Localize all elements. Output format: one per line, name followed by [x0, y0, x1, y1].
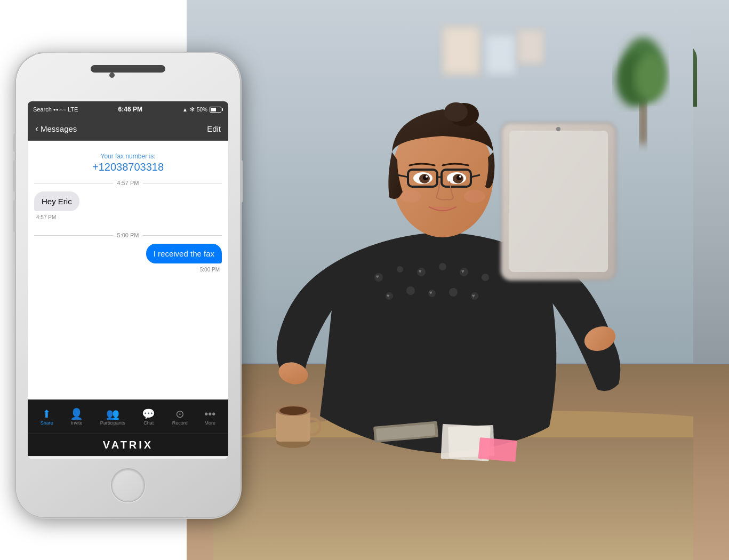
divider-line-left-2: [34, 235, 113, 236]
divider-line-right-2: [143, 235, 222, 236]
toolbar-chat-label: Chat: [143, 420, 154, 426]
nav-edit-button[interactable]: Edit: [207, 124, 221, 133]
svg-text:♥: ♥: [387, 293, 390, 299]
chat-icon: 💬: [142, 409, 155, 419]
status-right: ▲ ✻ 50%: [182, 106, 223, 113]
back-arrow-icon: ‹: [35, 123, 38, 134]
svg-point-49: [556, 127, 560, 131]
fax-number: +12038703318: [34, 161, 222, 173]
message-bubble-received: Hey Eric: [34, 191, 79, 211]
svg-point-29: [444, 102, 468, 122]
svg-rect-3: [443, 27, 480, 75]
fax-label: Your fax number is:: [34, 153, 222, 160]
svg-point-11: [397, 266, 403, 273]
svg-point-19: [449, 288, 458, 297]
status-time: 6:46 PM: [118, 106, 142, 113]
time-divider-text-2: 5:00 PM: [117, 232, 139, 238]
toolbar-chat[interactable]: 💬 Chat: [142, 409, 155, 426]
toolbar-invite[interactable]: 👤 Invite: [70, 409, 83, 426]
toolbar-participants[interactable]: 👥 Participants: [100, 409, 125, 426]
message-input-area: Send: [28, 456, 228, 459]
svg-point-15: [482, 274, 489, 281]
svg-rect-5: [517, 29, 544, 64]
toolbar-invite-label: Invite: [71, 420, 83, 426]
share-icon: ⬆: [42, 409, 51, 419]
svg-point-40: [456, 175, 462, 180]
svg-text:♥: ♥: [419, 268, 422, 274]
svg-point-13: [439, 263, 446, 270]
divider-line-right: [143, 183, 222, 183]
toolbar-share[interactable]: ⬆ Share: [41, 409, 53, 426]
svg-text:♥: ♥: [461, 268, 464, 274]
iphone-camera: [109, 73, 115, 78]
svg-point-9: [635, 53, 667, 101]
svg-text:♥: ♥: [429, 290, 432, 295]
network-type: LTE: [68, 106, 78, 113]
messages-area: Your fax number is: +12038703318 4:57 PM…: [28, 141, 228, 399]
toolbar-record[interactable]: ⊙ Record: [172, 409, 188, 426]
toolbar-record-label: Record: [172, 420, 188, 426]
message-received-hey-eric: Hey Eric: [34, 191, 222, 211]
svg-point-41: [426, 175, 428, 178]
home-button[interactable]: [111, 468, 145, 502]
person-illustration: ♥ ♥ ♥ ♥ ♥ ♥: [187, 0, 693, 560]
svg-rect-48: [509, 131, 608, 272]
svg-point-43: [400, 190, 421, 203]
svg-text:♥: ♥: [376, 274, 379, 279]
vatrix-branding-bar: VATRIX: [28, 434, 228, 456]
invite-icon: 👤: [70, 409, 83, 419]
more-icon: •••: [204, 409, 215, 419]
svg-point-42: [459, 175, 461, 178]
fax-info-block: Your fax number is: +12038703318: [34, 153, 222, 173]
iphone-speaker: [91, 65, 165, 73]
status-left: Search ●●○○○ LTE: [33, 106, 78, 113]
time-divider-2: 5:00 PM: [34, 232, 222, 238]
iphone-screen: Search ●●○○○ LTE 6:46 PM ▲ ✻ 50%: [28, 101, 228, 459]
divider-line-left: [34, 183, 113, 183]
volume-up-button: [13, 160, 16, 192]
message-time-2: 4:57 PM: [36, 214, 220, 220]
location-icon: ▲: [182, 107, 188, 113]
svg-point-44: [464, 190, 485, 203]
iphone-mockup: Search ●●○○○ LTE 6:46 PM ▲ ✻ 50%: [16, 53, 240, 517]
record-icon: ⊙: [175, 409, 185, 419]
vatrix-logo: VATRIX: [103, 439, 153, 451]
toolbar-more-label: More: [204, 420, 215, 426]
svg-point-53: [279, 406, 307, 415]
svg-point-39: [423, 175, 428, 180]
nav-back-label: Messages: [41, 124, 77, 133]
power-button: [240, 160, 243, 203]
signal-dots: ●●○○○: [53, 107, 66, 112]
bluetooth-icon: ✻: [190, 106, 195, 113]
svg-point-17: [406, 286, 415, 295]
time-divider-text-1: 4:57 PM: [117, 180, 139, 186]
toolbar-participants-label: Participants: [100, 420, 125, 426]
nav-back-button[interactable]: ‹ Messages: [35, 123, 77, 134]
battery-percent: 50%: [197, 107, 207, 113]
message-time-4: 5:00 PM: [36, 267, 220, 273]
iphone-body: Search ●●○○○ LTE 6:46 PM ▲ ✻ 50%: [16, 53, 240, 517]
toolbar-share-label: Share: [41, 420, 53, 426]
carrier-label: Search: [33, 106, 52, 113]
toolbar-more[interactable]: ••• More: [204, 409, 215, 426]
status-bar: Search ●●○○○ LTE 6:46 PM ▲ ✻ 50%: [28, 101, 228, 117]
message-sent-received-fax: I received the fax: [34, 244, 222, 263]
time-divider-1: 4:57 PM: [34, 180, 222, 186]
message-bubble-sent: I received the fax: [146, 244, 222, 263]
nav-bar: ‹ Messages Edit: [28, 117, 228, 141]
battery-icon: [210, 107, 223, 113]
volume-down-button: [13, 200, 16, 232]
bottom-toolbar: ⬆ Share 👤 Invite 👥 Participants 💬 Chat ⊙: [28, 399, 228, 434]
volume-silent-switch: [13, 133, 16, 152]
participants-icon: 👥: [106, 409, 119, 419]
svg-text:♥: ♥: [472, 293, 475, 299]
svg-rect-4: [485, 35, 516, 75]
svg-rect-58: [478, 437, 517, 462]
